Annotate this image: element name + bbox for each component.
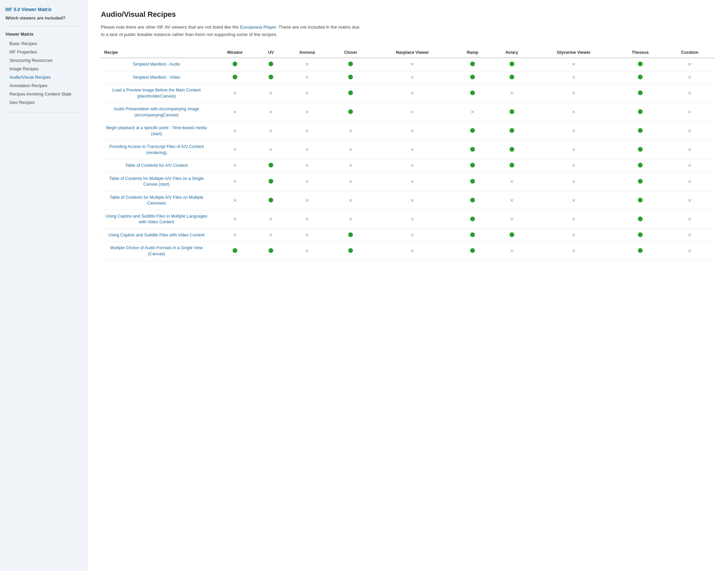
col-header-ramp: Ramp (454, 47, 492, 58)
cell-glycerine: ✕ (532, 191, 615, 210)
cell-mirador: ✕ (212, 103, 258, 122)
cell-recipe[interactable]: Table of Contents for A/V Content (101, 159, 212, 173)
cell-recipe[interactable]: Simplest Manifest - Video (101, 71, 212, 84)
cell-mirador: ✕ (212, 210, 258, 229)
cell-recipe[interactable]: Audio Presentation with Accompanying Ima… (101, 103, 212, 122)
cell-recipe[interactable]: Load a Preview Image Before the Main Con… (101, 84, 212, 103)
supported-dot (348, 75, 353, 79)
sidebar-nav-item[interactable]: Structuring Resources (9, 56, 82, 65)
unsupported-cross: ✕ (305, 179, 309, 184)
table-row: Table of Contents for Multiple A/V Files… (101, 172, 715, 191)
sidebar-nav-item[interactable]: Image Recipes (9, 65, 82, 73)
cell-navplace: ✕ (371, 191, 453, 210)
supported-dot (348, 109, 353, 114)
supported-dot (470, 248, 475, 253)
cell-mirador: ✕ (212, 191, 258, 210)
sidebar-divider-1 (5, 26, 82, 26)
cell-glycerine: ✕ (532, 122, 615, 141)
cell-uv (258, 172, 284, 191)
cell-curation: ✕ (665, 122, 715, 141)
supported-dot (638, 217, 643, 221)
unsupported-cross: ✕ (410, 147, 414, 152)
sidebar-nav-item[interactable]: Recipes involving Content State (9, 90, 82, 98)
cell-recipe[interactable]: Using Caption and Subtitle Files in Mult… (101, 210, 212, 229)
unsupported-cross: ✕ (688, 249, 692, 253)
cell-annona: ✕ (284, 58, 330, 71)
unsupported-cross: ✕ (233, 179, 237, 184)
unsupported-cross: ✕ (305, 91, 309, 96)
supported-dot (470, 62, 475, 66)
cell-glycerine: ✕ (532, 84, 615, 103)
cell-curation: ✕ (665, 84, 715, 103)
supported-dot (470, 217, 475, 221)
cell-recipe[interactable]: Using Caption and Subtitle Files with Vi… (101, 229, 212, 242)
cell-ramp (454, 229, 492, 242)
cell-curation: ✕ (665, 103, 715, 122)
cell-annona: ✕ (284, 191, 330, 210)
cell-recipe[interactable]: Multiple Choice of Audio Formats in a Si… (101, 242, 212, 261)
sidebar-title[interactable]: IIIF 3.0 Viewer Matrix (5, 7, 82, 12)
cell-mirador (212, 71, 258, 84)
cell-recipe[interactable]: Providing Access to Transcript Files of … (101, 141, 212, 159)
unsupported-cross: ✕ (269, 110, 273, 114)
unsupported-cross: ✕ (510, 198, 514, 203)
cell-theseus (616, 103, 665, 122)
sidebar-nav-item[interactable]: Geo Recipes (9, 98, 82, 107)
unsupported-cross: ✕ (572, 198, 576, 203)
cell-theseus (616, 58, 665, 71)
cell-glycerine: ✕ (532, 71, 615, 84)
cell-navplace: ✕ (371, 229, 453, 242)
supported-dot (470, 232, 475, 237)
cell-navplace: ✕ (371, 58, 453, 71)
unsupported-cross: ✕ (510, 249, 514, 253)
cell-recipe[interactable]: Begin playback at a specific point - Tim… (101, 122, 212, 141)
unsupported-cross: ✕ (233, 163, 237, 168)
unsupported-cross: ✕ (510, 179, 514, 184)
cell-annona: ✕ (284, 141, 330, 159)
unsupported-cross: ✕ (688, 163, 692, 168)
cell-annona: ✕ (284, 172, 330, 191)
unsupported-cross: ✕ (410, 217, 414, 222)
unsupported-cross: ✕ (572, 179, 576, 184)
cell-glycerine: ✕ (532, 141, 615, 159)
cell-recipe[interactable]: Table of Contents for Multiple A/V Files… (101, 172, 212, 191)
supported-dot (470, 198, 475, 202)
col-header-annona: Annona (284, 47, 330, 58)
cell-navplace: ✕ (371, 159, 453, 173)
cell-ramp (454, 122, 492, 141)
unsupported-cross: ✕ (572, 233, 576, 237)
table-row: Audio Presentation with Accompanying Ima… (101, 103, 715, 122)
cell-theseus (616, 71, 665, 84)
sidebar-nav-item[interactable]: Annotation Recipes (9, 81, 82, 90)
unsupported-cross: ✕ (233, 91, 237, 96)
cell-clover: ✕ (330, 210, 371, 229)
cell-recipe[interactable]: Table of Contents for Multiple A/V Files… (101, 191, 212, 210)
supported-dot (233, 62, 237, 66)
cell-theseus (616, 141, 665, 159)
sidebar-nav-item[interactable]: Audio/Visual Recipes (9, 73, 82, 81)
supported-dot (470, 75, 475, 79)
cell-ramp (454, 191, 492, 210)
unsupported-cross: ✕ (572, 249, 576, 253)
cell-curation: ✕ (665, 172, 715, 191)
sidebar-nav-item[interactable]: Basic Recipes (9, 39, 82, 48)
cell-clover (330, 84, 371, 103)
unsupported-cross: ✕ (410, 110, 414, 114)
cell-recipe[interactable]: Simplest Manifest - Audio (101, 58, 212, 71)
col-header-aviary: Aviary (492, 47, 532, 58)
unsupported-cross: ✕ (688, 91, 692, 96)
supported-dot (638, 248, 643, 253)
table-row: Using Caption and Subtitle Files in Mult… (101, 210, 715, 229)
unsupported-cross: ✕ (410, 75, 414, 80)
matrix-table: RecipeMiradorUVAnnonaCloverNavplace View… (101, 47, 715, 261)
supported-dot (510, 232, 514, 237)
unsupported-cross: ✕ (349, 163, 353, 168)
sidebar-nav-item[interactable]: IIIF Properties (9, 48, 82, 56)
cell-annona: ✕ (284, 229, 330, 242)
unsupported-cross: ✕ (688, 198, 692, 203)
cell-ramp (454, 84, 492, 103)
supported-dot (470, 179, 475, 184)
col-header-clover: Clover (330, 47, 371, 58)
cell-aviary (492, 229, 532, 242)
europeana-link[interactable]: Europeana Player (240, 25, 276, 30)
